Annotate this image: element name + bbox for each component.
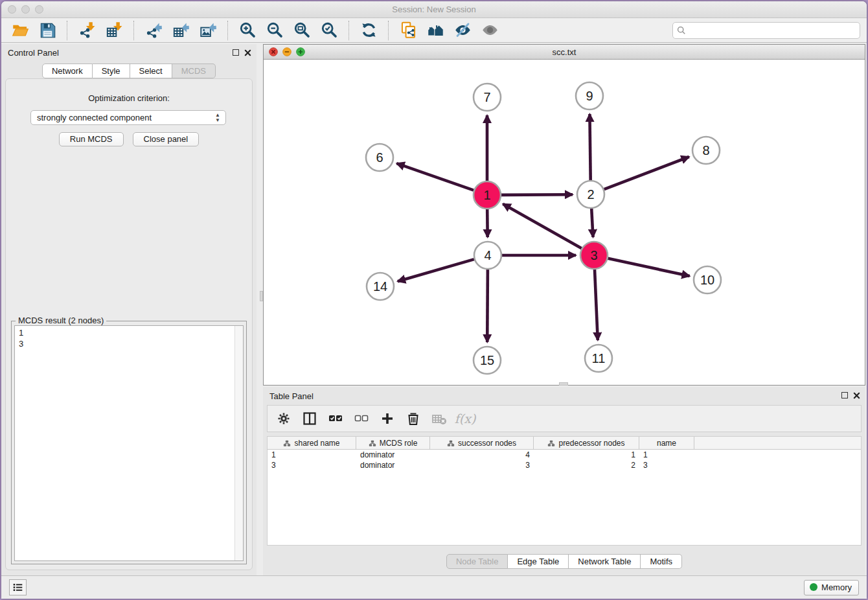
task-history-button[interactable] (9, 579, 27, 595)
table-cell-predecessor-nodes[interactable]: 2 (534, 460, 639, 470)
float-panel-icon[interactable] (233, 49, 239, 56)
tab-network[interactable]: Network (42, 63, 93, 78)
memory-label: Memory (821, 583, 852, 595)
table-toolbar: f(x) (267, 405, 862, 432)
graph-node-10[interactable]: 10 (694, 266, 721, 294)
delete-column-button[interactable] (404, 409, 423, 428)
tab-node-table[interactable]: Node Table (446, 554, 508, 569)
graph-edge-2-9[interactable] (589, 114, 590, 180)
hide-selected-button[interactable] (449, 20, 476, 41)
export-network-button[interactable] (140, 20, 167, 41)
table-row[interactable]: 1dominator411 (268, 450, 861, 460)
graph-node-label: 2 (587, 187, 594, 202)
search-icon (677, 26, 686, 35)
export-table-button[interactable] (167, 20, 194, 41)
mcds-result-group: MCDS result (2 nodes) 1 3 (11, 321, 247, 564)
column-sort-icon (369, 439, 376, 447)
open-file-button[interactable] (6, 20, 34, 41)
memory-button[interactable]: Memory (804, 580, 859, 595)
close-table-panel-icon[interactable] (853, 391, 860, 398)
column-header-name[interactable]: name (639, 437, 694, 449)
column-header-shared-name[interactable]: shared name (268, 437, 356, 449)
graph-node-7[interactable]: 7 (474, 84, 501, 111)
tab-mcds[interactable]: MCDS (172, 63, 216, 78)
create-column-button[interactable] (378, 409, 397, 428)
refresh-view-button[interactable] (355, 20, 382, 41)
graph-node-3[interactable]: 3 (580, 242, 608, 269)
result-scrollbar[interactable] (234, 326, 243, 560)
column-header-predecessor-nodes[interactable]: predecessor nodes (534, 437, 639, 449)
deselect-all-rows-button[interactable] (352, 409, 371, 428)
zoom-in-button[interactable] (234, 20, 261, 41)
table-cell-MCDS-role[interactable]: dominator (356, 450, 430, 460)
network-maximize-button[interactable] (296, 47, 305, 56)
network-graph[interactable]: 1234678910111415 (264, 60, 860, 385)
window-title: Session: New Session (1, 5, 867, 14)
graph-node-4[interactable]: 4 (474, 242, 501, 269)
search-input[interactable] (689, 26, 856, 36)
table-row[interactable]: 3dominator323 (268, 460, 861, 470)
network-minimize-button[interactable] (282, 47, 291, 56)
graph-edge-2-3[interactable] (591, 209, 593, 237)
zoom-selected-button[interactable] (315, 20, 343, 41)
graph-node-9[interactable]: 9 (576, 82, 603, 110)
column-header-MCDS-role[interactable]: MCDS role (356, 437, 430, 449)
graph-node-11[interactable]: 11 (585, 345, 612, 372)
float-table-panel-icon[interactable] (841, 392, 848, 398)
mcds-result-box[interactable]: 1 3 (14, 325, 244, 561)
control-panel: Control Panel NetworkStyleSelectMCDS Opt… (1, 44, 257, 575)
first-neighbors-button[interactable] (422, 20, 449, 41)
table-cell-successor-nodes[interactable]: 4 (430, 450, 534, 460)
zoom-out-button[interactable] (261, 20, 288, 41)
table-cell-name[interactable]: 1 (639, 450, 694, 460)
graph-node-8[interactable]: 8 (692, 137, 720, 164)
network-canvas[interactable]: 1234678910111415 (264, 60, 865, 385)
splitter-handle-horizontal[interactable] (559, 382, 568, 386)
table-cell-name[interactable]: 3 (639, 460, 694, 470)
criterion-dropdown[interactable]: strongly connected component ▲▼ (30, 110, 226, 125)
save-session-button[interactable] (34, 20, 61, 41)
duplicate-network-button[interactable] (394, 20, 422, 41)
table-cell-successor-nodes[interactable]: 3 (430, 460, 534, 470)
graph-node-6[interactable]: 6 (366, 144, 393, 171)
graph-edge-1-6[interactable] (396, 163, 474, 190)
graph-edge-3-11[interactable] (595, 270, 598, 340)
graph-edge-3-1[interactable] (503, 204, 581, 249)
import-network-button[interactable] (73, 20, 100, 41)
close-panel-icon[interactable] (244, 49, 251, 56)
graph-node-1[interactable]: 1 (474, 181, 501, 209)
column-header-successor-nodes[interactable]: successor nodes (430, 437, 534, 449)
table-settings-gear-button[interactable] (274, 409, 293, 428)
graph-edge-1-4[interactable] (487, 209, 488, 237)
import-network-icon (78, 21, 96, 39)
table-cell-shared-name[interactable]: 3 (268, 460, 356, 470)
splitter-handle-vertical[interactable] (260, 291, 263, 301)
close-panel-button[interactable]: Close panel (133, 132, 200, 146)
import-table-button[interactable] (100, 20, 128, 41)
column-visibility-button[interactable] (300, 409, 319, 428)
table-cell-shared-name[interactable]: 1 (268, 450, 356, 460)
network-close-button[interactable] (269, 47, 278, 56)
tab-motifs[interactable]: Motifs (641, 554, 682, 569)
graph-edge-4-15[interactable] (487, 270, 488, 342)
graph-edge-4-14[interactable] (398, 259, 474, 281)
graph-edge-3-10[interactable] (608, 259, 690, 276)
table-cell-predecessor-nodes[interactable]: 1 (534, 450, 639, 460)
graph-edge-2-8[interactable] (604, 157, 689, 189)
zoom-fit-button[interactable] (288, 20, 315, 41)
table-cell-MCDS-role[interactable]: dominator (356, 460, 430, 470)
graph-edge-1-2[interactable] (501, 194, 573, 195)
graph-node-14[interactable]: 14 (367, 273, 394, 300)
run-mcds-button[interactable]: Run MCDS (59, 132, 124, 146)
table-panel: Table Panel f(x) shared nameMCDS rolesuc… (263, 387, 865, 575)
tab-select[interactable]: Select (130, 63, 172, 78)
select-all-rows-button[interactable] (326, 409, 345, 428)
tab-network-table[interactable]: Network Table (569, 554, 641, 569)
search-box[interactable] (672, 22, 860, 39)
graph-node-15[interactable]: 15 (474, 347, 501, 374)
tab-edge-table[interactable]: Edge Table (508, 554, 569, 569)
tab-style[interactable]: Style (93, 63, 130, 78)
graph-node-2[interactable]: 2 (577, 181, 604, 208)
network-window-titlebar: scc.txt (264, 45, 865, 60)
export-image-button[interactable] (194, 20, 222, 41)
